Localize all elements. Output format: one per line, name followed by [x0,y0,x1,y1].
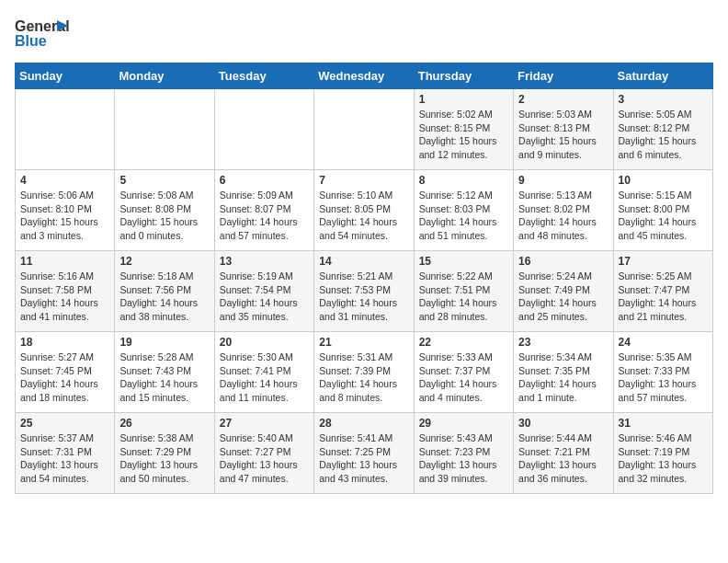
day-info: Sunrise: 5:35 AM Sunset: 7:33 PM Dayligh… [619,350,708,405]
day-number: 17 [619,255,708,268]
day-info: Sunrise: 5:37 AM Sunset: 7:31 PM Dayligh… [20,431,109,486]
day-number: 7 [319,174,408,187]
calendar-cell [16,89,115,170]
calendar-cell: 28Sunrise: 5:41 AM Sunset: 7:25 PM Dayli… [314,413,414,494]
calendar-cell: 29Sunrise: 5:43 AM Sunset: 7:23 PM Dayli… [414,413,513,494]
day-info: Sunrise: 5:43 AM Sunset: 7:23 PM Dayligh… [419,431,508,486]
day-info: Sunrise: 5:08 AM Sunset: 8:08 PM Dayligh… [119,189,209,243]
day-info: Sunrise: 5:31 AM Sunset: 7:39 PM Dayligh… [319,350,408,405]
calendar-cell: 12Sunrise: 5:18 AM Sunset: 7:56 PM Dayli… [115,251,214,332]
day-number: 1 [419,93,508,106]
calendar-cell: 26Sunrise: 5:38 AM Sunset: 7:29 PM Dayli… [115,413,214,494]
calendar-cell: 25Sunrise: 5:37 AM Sunset: 7:31 PM Dayli… [16,413,115,494]
calendar-cell [115,89,214,170]
day-number: 18 [20,336,109,349]
day-number: 19 [119,336,209,349]
calendar-cell: 24Sunrise: 5:35 AM Sunset: 7:33 PM Dayli… [613,332,712,413]
calendar-cell: 23Sunrise: 5:34 AM Sunset: 7:35 PM Dayli… [514,332,613,413]
calendar-cell: 7Sunrise: 5:10 AM Sunset: 8:05 PM Daylig… [314,170,414,251]
calendar-cell: 9Sunrise: 5:13 AM Sunset: 8:02 PM Daylig… [514,170,613,251]
calendar-cell: 20Sunrise: 5:30 AM Sunset: 7:41 PM Dayli… [214,332,313,413]
day-info: Sunrise: 5:15 AM Sunset: 8:00 PM Dayligh… [619,189,708,243]
day-info: Sunrise: 5:34 AM Sunset: 7:35 PM Dayligh… [518,350,608,405]
day-info: Sunrise: 5:33 AM Sunset: 7:37 PM Dayligh… [419,350,508,405]
day-number: 15 [419,255,508,268]
day-info: Sunrise: 5:28 AM Sunset: 7:43 PM Dayligh… [119,350,209,405]
day-info: Sunrise: 5:25 AM Sunset: 7:47 PM Dayligh… [619,270,708,324]
day-info: Sunrise: 5:19 AM Sunset: 7:54 PM Dayligh… [220,270,309,324]
calendar-cell: 4Sunrise: 5:06 AM Sunset: 8:10 PM Daylig… [16,170,115,251]
logo-svg: GeneralBlue [15,15,70,53]
calendar-cell: 31Sunrise: 5:46 AM Sunset: 7:19 PM Dayli… [613,413,712,494]
day-number: 5 [119,174,209,187]
calendar-cell: 22Sunrise: 5:33 AM Sunset: 7:37 PM Dayli… [414,332,513,413]
day-number: 2 [518,93,608,106]
calendar-cell: 14Sunrise: 5:21 AM Sunset: 7:53 PM Dayli… [314,251,414,332]
calendar-cell: 8Sunrise: 5:12 AM Sunset: 8:03 PM Daylig… [414,170,513,251]
calendar-cell: 19Sunrise: 5:28 AM Sunset: 7:43 PM Dayli… [115,332,214,413]
day-info: Sunrise: 5:12 AM Sunset: 8:03 PM Dayligh… [419,189,508,243]
day-number: 25 [20,417,109,430]
day-number: 20 [220,336,309,349]
day-info: Sunrise: 5:06 AM Sunset: 8:10 PM Dayligh… [20,189,109,243]
weekday-header-thursday: Thursday [414,63,513,89]
day-number: 29 [419,417,508,430]
weekday-header-wednesday: Wednesday [314,63,414,89]
day-number: 9 [518,174,608,187]
calendar-cell: 21Sunrise: 5:31 AM Sunset: 7:39 PM Dayli… [314,332,414,413]
day-info: Sunrise: 5:30 AM Sunset: 7:41 PM Dayligh… [220,350,309,405]
day-info: Sunrise: 5:18 AM Sunset: 7:56 PM Dayligh… [119,270,209,324]
calendar-cell [214,89,313,170]
day-number: 24 [619,336,708,349]
calendar-header: SundayMondayTuesdayWednesdayThursdayFrid… [16,63,713,89]
svg-text:Blue: Blue [15,33,47,49]
day-number: 26 [119,417,209,430]
day-info: Sunrise: 5:46 AM Sunset: 7:19 PM Dayligh… [619,431,708,486]
day-info: Sunrise: 5:09 AM Sunset: 8:07 PM Dayligh… [220,189,309,243]
day-number: 22 [419,336,508,349]
day-info: Sunrise: 5:41 AM Sunset: 7:25 PM Dayligh… [319,431,408,486]
weekday-header-saturday: Saturday [613,63,712,89]
weekday-header-tuesday: Tuesday [214,63,313,89]
day-number: 3 [619,93,708,106]
day-number: 21 [319,336,408,349]
day-number: 8 [419,174,508,187]
calendar-cell: 5Sunrise: 5:08 AM Sunset: 8:08 PM Daylig… [115,170,214,251]
day-info: Sunrise: 5:16 AM Sunset: 7:58 PM Dayligh… [20,270,109,324]
day-number: 14 [319,255,408,268]
calendar-cell: 1Sunrise: 5:02 AM Sunset: 8:15 PM Daylig… [414,89,513,170]
day-info: Sunrise: 5:40 AM Sunset: 7:27 PM Dayligh… [220,431,309,486]
day-number: 6 [220,174,309,187]
weekday-header-friday: Friday [514,63,613,89]
day-info: Sunrise: 5:05 AM Sunset: 8:12 PM Dayligh… [619,108,708,162]
day-number: 13 [220,255,309,268]
calendar-cell: 13Sunrise: 5:19 AM Sunset: 7:54 PM Dayli… [214,251,313,332]
day-info: Sunrise: 5:24 AM Sunset: 7:49 PM Dayligh… [518,270,608,324]
day-number: 28 [319,417,408,430]
day-info: Sunrise: 5:27 AM Sunset: 7:45 PM Dayligh… [20,350,109,405]
day-number: 10 [619,174,708,187]
calendar-cell: 3Sunrise: 5:05 AM Sunset: 8:12 PM Daylig… [613,89,712,170]
weekday-header-sunday: Sunday [16,63,115,89]
calendar-cell: 30Sunrise: 5:44 AM Sunset: 7:21 PM Dayli… [514,413,613,494]
day-info: Sunrise: 5:21 AM Sunset: 7:53 PM Dayligh… [319,270,408,324]
day-number: 11 [20,255,109,268]
calendar-cell: 17Sunrise: 5:25 AM Sunset: 7:47 PM Dayli… [613,251,712,332]
calendar-table: SundayMondayTuesdayWednesdayThursdayFrid… [15,63,713,494]
calendar-cell: 6Sunrise: 5:09 AM Sunset: 8:07 PM Daylig… [214,170,313,251]
logo: GeneralBlue [15,15,70,53]
calendar-cell: 10Sunrise: 5:15 AM Sunset: 8:00 PM Dayli… [613,170,712,251]
day-number: 31 [619,417,708,430]
day-info: Sunrise: 5:13 AM Sunset: 8:02 PM Dayligh… [518,189,608,243]
day-info: Sunrise: 5:22 AM Sunset: 7:51 PM Dayligh… [419,270,508,324]
day-number: 12 [119,255,209,268]
day-info: Sunrise: 5:10 AM Sunset: 8:05 PM Dayligh… [319,189,408,243]
calendar-cell: 27Sunrise: 5:40 AM Sunset: 7:27 PM Dayli… [214,413,313,494]
day-info: Sunrise: 5:03 AM Sunset: 8:13 PM Dayligh… [518,108,608,162]
day-number: 4 [20,174,109,187]
calendar-cell: 11Sunrise: 5:16 AM Sunset: 7:58 PM Dayli… [16,251,115,332]
page-header: GeneralBlue [15,15,713,53]
calendar-cell: 2Sunrise: 5:03 AM Sunset: 8:13 PM Daylig… [514,89,613,170]
day-info: Sunrise: 5:38 AM Sunset: 7:29 PM Dayligh… [119,431,209,486]
day-info: Sunrise: 5:02 AM Sunset: 8:15 PM Dayligh… [419,108,508,162]
